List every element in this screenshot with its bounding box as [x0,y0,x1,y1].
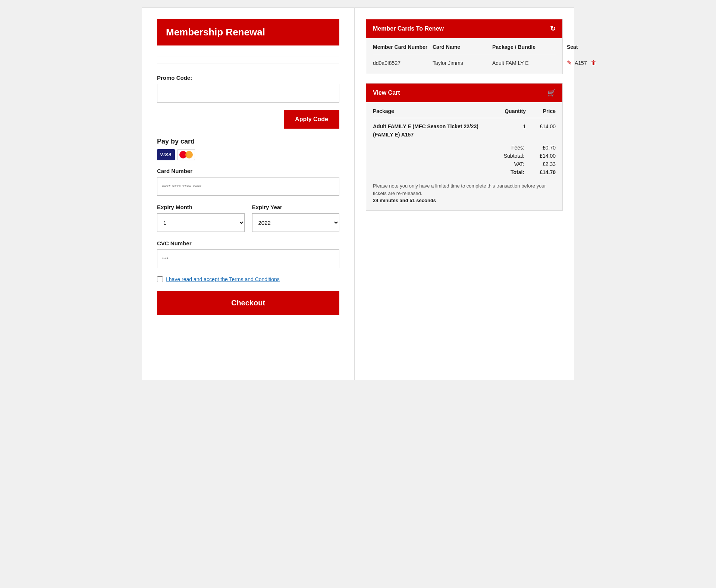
pay-by-card-title: Pay by card [157,138,339,145]
total-value: £14.70 [533,169,556,175]
fees-value: £0.70 [533,145,556,151]
cart-icon[interactable]: 🛒 [547,89,556,97]
fees-row: Fees: £0.70 [373,144,556,152]
cart-table-header: Package Quantity Price [373,108,556,118]
subtotal-label: Subtotal: [494,153,524,159]
card-number-label: Card Number [157,168,339,174]
notice-line1: Please note you only have a limited time… [373,183,546,196]
card-icons: VISA [157,149,339,160]
expiry-year-select[interactable]: 2022 2023 2024 2025 [252,213,340,232]
terms-checkbox[interactable] [157,276,163,282]
member-table-row: dd0a0f8527 Taylor Jimms Adult FAMILY E ✎… [373,58,556,68]
cart-body: Package Quantity Price Adult FAMILY E (M… [366,102,562,210]
visa-icon: VISA [157,149,175,160]
cvc-input[interactable] [157,249,339,268]
promo-label: Promo Code: [157,75,339,81]
notice-timer: 24 minutes and 51 seconds [373,198,436,203]
mastercard-icon [177,149,195,160]
col-header-card-number: Member Card Number [373,44,433,50]
member-cards-body: Member Card Number Card Name Package / B… [366,38,562,74]
col-header-package: Package / Bundle [492,44,567,50]
promo-input[interactable] [157,84,339,103]
member-cards-section: Member Cards To Renew ↻ Member Card Numb… [366,19,563,74]
refresh-icon[interactable]: ↻ [550,25,556,33]
totals-section: Fees: £0.70 Subtotal: £14.00 VAT: £2.33 … [373,144,556,176]
cart-col-package: Package [373,108,489,114]
cvc-group: CVC Number [157,240,339,268]
vat-row: VAT: £2.33 [373,160,556,168]
divider-mid [157,63,339,63]
vat-label: VAT: [494,161,524,167]
cart-col-quantity: Quantity [489,108,526,114]
terms-link[interactable]: I have read and accept the Terms and Con… [166,276,280,282]
member-card-name: Taylor Jimms [433,60,492,66]
cvc-label: CVC Number [157,240,339,246]
divider-top [157,57,339,57]
expiry-month-select[interactable]: 1 2 3 4 5 6 7 8 9 10 11 12 [157,213,245,232]
card-number-group: Card Number [157,168,339,196]
apply-code-row: Apply Code [157,110,339,129]
member-cards-title: Member Cards To Renew [373,25,444,32]
vat-value: £2.33 [533,161,556,167]
member-seat: ✎ A157 🗑 [567,59,600,66]
card-number-input[interactable] [157,177,339,196]
edit-icon[interactable]: ✎ [567,59,572,66]
left-panel: Membership Renewal Promo Code: Apply Cod… [142,8,355,380]
subtotal-row: Subtotal: £14.00 [373,152,556,160]
cart-item-price: £14.00 [526,123,556,129]
cart-col-price: Price [526,108,556,114]
cart-item-qty: 1 [489,123,526,129]
col-header-card-name: Card Name [433,44,492,50]
cart-item-row: Adult FAMILY E (MFC Season Ticket 22/23)… [373,122,556,131]
cart-item-name: Adult FAMILY E (MFC Season Ticket 22/23) [373,123,489,129]
subtotal-value: £14.00 [533,153,556,159]
checkout-button[interactable]: Checkout [157,291,339,315]
apply-code-button[interactable]: Apply Code [284,110,339,129]
member-package: Adult FAMILY E [492,60,567,66]
cart-header: View Cart 🛒 [366,84,562,102]
delete-icon[interactable]: 🗑 [591,60,597,66]
view-cart-section: View Cart 🛒 Package Quantity Price Adult… [366,83,563,211]
member-table-header: Member Card Number Card Name Package / B… [373,44,556,54]
member-cards-header: Member Cards To Renew ↻ [366,19,562,38]
expiry-month-group: Expiry Month 1 2 3 4 5 6 7 8 9 10 11 12 [157,204,245,232]
expiry-year-group: Expiry Year 2022 2023 2024 2025 [252,204,340,232]
member-card-number: dd0a0f8527 [373,60,433,66]
fees-label: Fees: [494,145,524,151]
total-label: Total: [494,169,524,175]
expiry-year-label: Expiry Year [252,204,340,210]
terms-text: I have read and accept the Terms and Con… [166,276,280,282]
right-panel: Member Cards To Renew ↻ Member Card Numb… [355,8,574,380]
col-header-seat: Seat [567,44,578,50]
pay-by-card-section: Pay by card VISA [157,138,339,160]
expiry-row: Expiry Month 1 2 3 4 5 6 7 8 9 10 11 12 [157,204,339,232]
terms-row: I have read and accept the Terms and Con… [157,276,339,282]
promo-section: Promo Code: [157,75,339,103]
page-title: Membership Renewal [157,19,339,45]
cart-title: View Cart [373,89,400,96]
expiry-month-label: Expiry Month [157,204,245,210]
cart-item-sub: (FAMILY E) A157 [373,131,556,138]
notice-text: Please note you only have a limited time… [373,182,556,204]
total-row: Total: £14.70 [373,168,556,176]
